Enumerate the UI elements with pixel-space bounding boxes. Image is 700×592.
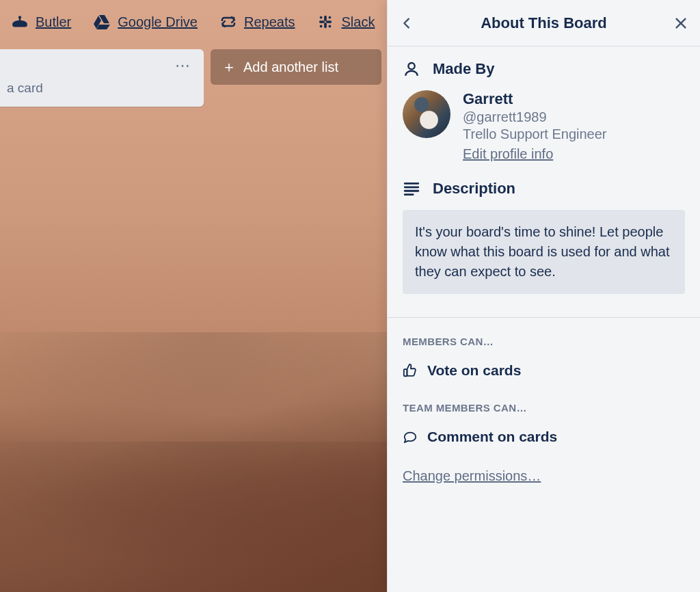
description-placeholder: It's your board's time to shine! Let peo…	[415, 224, 669, 279]
made-by-heading: Made By	[433, 60, 494, 78]
team-permissions: TEAM MEMBERS CAN… Comment on cards	[403, 402, 685, 448]
svg-rect-2	[325, 16, 327, 21]
svg-rect-1	[19, 18, 21, 21]
thumbs-up-icon	[403, 363, 418, 378]
powerup-slack[interactable]: Slack	[317, 14, 375, 30]
permission-label: Comment on cards	[427, 429, 557, 445]
back-button[interactable]	[388, 0, 426, 46]
add-list-button[interactable]: ＋ Add another list	[211, 49, 381, 85]
creator-avatar[interactable]	[403, 90, 450, 138]
slack-icon	[317, 14, 334, 29]
board-menu-panel: About This Board Made By Garrett	[387, 0, 700, 592]
permission-comment[interactable]: Comment on cards	[403, 426, 685, 448]
creator-role: Trello Support Engineer	[463, 126, 607, 142]
powerup-butler[interactable]: Butler	[11, 14, 71, 30]
edit-profile-link[interactable]: Edit profile info	[463, 146, 553, 162]
section-divider	[388, 317, 700, 318]
svg-point-9	[329, 25, 332, 28]
description-icon	[403, 180, 420, 198]
powerup-google-drive[interactable]: Google Drive	[93, 14, 198, 30]
svg-rect-4	[319, 21, 325, 23]
add-list-label: Add another list	[243, 59, 338, 75]
svg-point-7	[329, 16, 332, 19]
add-card-label: a card	[7, 81, 43, 95]
svg-point-8	[320, 25, 323, 28]
description-input[interactable]: It's your board's time to shine! Let peo…	[403, 210, 685, 294]
team-heading: TEAM MEMBERS CAN…	[403, 402, 685, 414]
permission-vote[interactable]: Vote on cards	[403, 360, 685, 381]
person-icon	[403, 60, 420, 78]
powerup-label: Google Drive	[118, 14, 198, 30]
panel-header: About This Board	[388, 0, 700, 46]
plus-icon: ＋	[221, 59, 237, 75]
permission-label: Vote on cards	[427, 362, 521, 379]
svg-rect-5	[326, 21, 332, 23]
change-permissions-link[interactable]: Change permissions…	[403, 468, 541, 483]
list-column: ⋯ a card	[0, 49, 204, 107]
add-card-button[interactable]: a card	[7, 75, 197, 98]
powerup-repeats[interactable]: Repeats	[219, 14, 295, 30]
ellipsis-icon: ⋯	[175, 57, 191, 75]
members-heading: MEMBERS CAN…	[403, 336, 685, 347]
powerup-label: Repeats	[244, 14, 295, 30]
description-section: Description It's your board's time to sh…	[403, 180, 685, 294]
svg-rect-3	[325, 23, 327, 28]
powerup-label: Butler	[36, 14, 71, 30]
members-permissions: MEMBERS CAN… Vote on cards	[403, 336, 685, 381]
list-menu-button[interactable]: ⋯	[170, 56, 197, 75]
repeat-icon	[219, 14, 237, 29]
creator-name: Garrett	[463, 90, 607, 108]
chevron-left-icon	[399, 16, 414, 31]
panel-title: About This Board	[481, 14, 607, 32]
comment-icon	[403, 429, 418, 444]
close-button[interactable]	[662, 0, 700, 46]
svg-rect-17	[404, 369, 407, 376]
creator-handle: @garrett1989	[463, 109, 607, 125]
powerup-label: Slack	[341, 14, 375, 30]
panel-body: Made By Garrett @garrett1989 Trello Supp…	[388, 46, 700, 592]
made-by-section: Made By Garrett @garrett1989 Trello Supp…	[403, 60, 685, 162]
svg-point-6	[320, 16, 323, 19]
close-icon	[673, 16, 688, 31]
butler-icon	[11, 14, 29, 29]
creator-info: Garrett @garrett1989 Trello Support Engi…	[463, 90, 607, 162]
description-heading: Description	[433, 180, 515, 198]
svg-point-12	[408, 63, 414, 69]
gdrive-icon	[93, 14, 111, 29]
